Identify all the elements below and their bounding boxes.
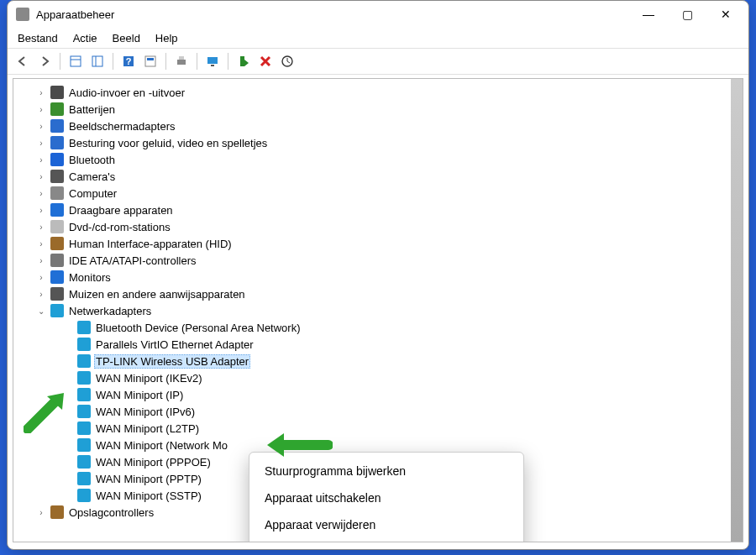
tree-category-mon[interactable]: ›Monitors <box>15 269 741 285</box>
net-icon <box>77 388 91 401</box>
tree-category-cam[interactable]: ›Camera's <box>15 168 741 185</box>
tree-item-label: Monitors <box>67 271 113 284</box>
tree-item-network-adapter[interactable]: Bluetooth Device (Personal Area Network) <box>15 319 741 336</box>
chevron-right-icon[interactable]: › <box>35 206 47 215</box>
tree-category-bt[interactable]: ›Bluetooth <box>15 151 741 168</box>
toolbar-enable-button[interactable] <box>234 51 254 71</box>
chevron-right-icon[interactable]: › <box>35 256 47 265</box>
scrollbar[interactable] <box>731 79 743 542</box>
net-icon <box>50 304 64 317</box>
tree-item-label: WAN Miniport (IP) <box>94 389 185 401</box>
context-menu-separator <box>258 542 515 542</box>
close-button[interactable]: ✕ <box>706 2 745 27</box>
chevron-right-icon[interactable]: › <box>35 290 47 299</box>
net-icon <box>77 455 91 469</box>
context-menu-disable-device[interactable]: Apparaat uitschakelen <box>249 484 523 511</box>
tree-item-label: Audio-invoer en -uitvoer <box>67 86 186 99</box>
titlebar: Apparaatbeheer — ▢ ✕ <box>8 1 748 28</box>
audio-icon <box>50 86 64 99</box>
toolbar-scan-button[interactable] <box>277 51 297 71</box>
chevron-right-icon[interactable]: › <box>35 239 47 249</box>
bt-icon <box>50 153 64 166</box>
chevron-right-icon[interactable]: › <box>35 223 47 232</box>
chevron-right-icon[interactable]: › <box>35 172 47 181</box>
net-icon <box>77 405 91 418</box>
chevron-right-icon[interactable]: › <box>35 273 47 282</box>
tree-item-label: Besturing voor geluid, video en spelletj… <box>67 137 269 149</box>
tree-item-network-adapter[interactable]: WAN Miniport (IKEv2) <box>15 369 741 386</box>
tree-category-port[interactable]: ›Draagbare apparaten <box>15 202 741 218</box>
chevron-down-icon[interactable]: ⌄ <box>35 306 47 316</box>
toolbar-forward-button[interactable] <box>34 51 55 71</box>
net-icon <box>77 438 91 452</box>
app-icon <box>16 8 29 21</box>
chevron-right-icon[interactable]: › <box>35 88 47 97</box>
context-menu-update-driver[interactable]: Stuurprogramma bijwerken <box>249 458 523 484</box>
dvd-icon <box>50 220 64 233</box>
minimize-button[interactable]: — <box>629 2 668 27</box>
tree-item-network-adapter[interactable]: WAN Miniport (IPv6) <box>15 403 741 420</box>
toolbar-separator <box>165 53 166 70</box>
tree-item-label: Bluetooth Device (Personal Area Network) <box>94 322 302 334</box>
chevron-right-icon[interactable]: › <box>35 105 47 114</box>
tree-item-network-adapter[interactable]: Parallels VirtIO Ethernet Adapter <box>15 336 741 353</box>
chevron-right-icon[interactable]: › <box>35 122 47 131</box>
tree-item-network-adapter[interactable]: WAN Miniport (L2TP) <box>15 420 741 437</box>
toolbar-separator <box>228 53 228 70</box>
device-manager-window: Apparaatbeheer — ▢ ✕ Bestand Actie Beeld… <box>7 0 749 550</box>
tree-item-label: WAN Miniport (IPv6) <box>94 406 197 418</box>
tree-item-label: Computer <box>67 187 118 200</box>
svg-rect-6 <box>145 56 155 66</box>
tree-category-mouse[interactable]: ›Muizen en andere aanwijsapparaten <box>15 285 741 302</box>
tree-category-hid[interactable]: ›Human Interface-apparaten (HID) <box>15 235 741 252</box>
tree-category-batt[interactable]: ›Batterijen <box>15 101 741 118</box>
tree-category-dvd[interactable]: ›Dvd-/cd-rom-stations <box>15 218 741 235</box>
menubar: Bestand Actie Beeld Help <box>8 28 748 48</box>
toolbar-list-button[interactable] <box>87 51 108 71</box>
menu-file[interactable]: Bestand <box>18 32 58 45</box>
tree-item-label: Draagbare apparaten <box>67 204 175 217</box>
toolbar-back-button[interactable] <box>13 51 33 71</box>
tree-item-label: Beeldschermadapters <box>67 120 176 133</box>
toolbar-separator <box>113 53 113 70</box>
tree-category-network[interactable]: ⌄Netwerkadapters <box>15 302 741 319</box>
svg-text:?: ? <box>126 56 132 66</box>
chevron-right-icon[interactable]: › <box>35 139 47 148</box>
menu-help[interactable]: Help <box>155 32 178 45</box>
tree-category-comp[interactable]: ›Computer <box>15 185 741 202</box>
svg-rect-2 <box>92 56 102 66</box>
tree-item-label: Batterijen <box>67 103 117 116</box>
chevron-right-icon[interactable]: › <box>35 508 47 517</box>
content-area: ›Audio-invoer en -uitvoer›Batterijen›Bee… <box>13 78 743 542</box>
menu-action[interactable]: Actie <box>73 32 97 45</box>
svg-rect-9 <box>179 56 184 60</box>
tree-item-label: Parallels VirtIO Ethernet Adapter <box>94 338 255 351</box>
tree-item-network-adapter[interactable]: WAN Miniport (Network Mo <box>15 437 741 453</box>
toolbar-delete-button[interactable] <box>255 51 276 71</box>
toolbar-props-button[interactable] <box>140 51 160 71</box>
tree-item-label: Human Interface-apparaten (HID) <box>67 238 234 250</box>
tree-item-network-adapter[interactable]: TP-LINK Wireless USB Adapter <box>15 353 741 369</box>
context-menu-uninstall-device[interactable]: Apparaat verwijderen <box>249 511 523 538</box>
context-menu: Stuurprogramma bijwerken Apparaat uitsch… <box>249 452 524 542</box>
chevron-right-icon[interactable]: › <box>35 155 47 165</box>
net-icon <box>77 321 91 334</box>
tree-category-audio[interactable]: ›Audio-invoer en -uitvoer <box>15 84 741 101</box>
chevron-right-icon[interactable]: › <box>35 189 47 198</box>
net-icon <box>77 472 91 485</box>
toolbar-tree-button[interactable] <box>66 51 86 71</box>
toolbar-print-button[interactable] <box>171 51 192 71</box>
tree-category-disp[interactable]: ›Beeldschermadapters <box>15 118 741 134</box>
tree-item-label: IDE ATA/ATAPI-controllers <box>67 254 197 267</box>
tree-category-ide[interactable]: ›IDE ATA/ATAPI-controllers <box>15 252 741 269</box>
maximize-button[interactable]: ▢ <box>668 2 706 27</box>
toolbar-help-button[interactable]: ? <box>118 51 139 71</box>
toolbar-monitor-button[interactable] <box>202 51 223 71</box>
mouse-icon <box>50 287 64 301</box>
net-icon <box>77 421 91 435</box>
tree-item-network-adapter[interactable]: WAN Miniport (IP) <box>15 386 741 403</box>
svg-rect-8 <box>177 60 186 65</box>
menu-view[interactable]: Beeld <box>113 32 140 45</box>
tree-category-sound[interactable]: ›Besturing voor geluid, video en spellet… <box>15 134 741 151</box>
net-icon <box>77 371 91 385</box>
